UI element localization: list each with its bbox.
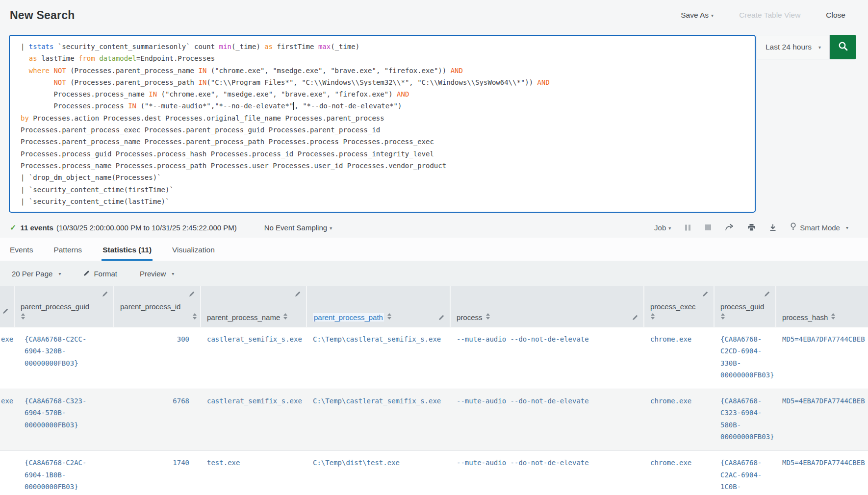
column-header-parent_process_path[interactable]: parent_process_path <box>306 286 450 327</box>
sort-arrows-icon[interactable] <box>283 313 288 322</box>
cell-clipped <box>0 451 14 495</box>
export-icon[interactable] <box>769 223 777 231</box>
column-label: parent_process_name <box>207 313 280 322</box>
cell-parent_process_name[interactable]: castlerat_semifix_s.exe <box>200 327 306 389</box>
cell-process_guid[interactable]: {CA8A6768- C323-6904- 580B- 00000000FB03… <box>714 389 775 450</box>
caret-down-icon: ▾ <box>818 45 821 50</box>
print-icon[interactable] <box>747 223 756 231</box>
query-line: Processes.process_guid Processes.process… <box>21 148 751 160</box>
page-title: New Search <box>10 9 75 22</box>
column-header-process[interactable]: process <box>450 286 643 327</box>
column-header-process_guid[interactable]: process_guid <box>714 286 775 327</box>
query-line: by Processes.action Processes.dest Proce… <box>21 112 751 124</box>
events-count: 11 events <box>20 223 53 232</box>
save-as-button[interactable]: Save As▾ <box>681 11 714 20</box>
edit-column-pencil-icon[interactable] <box>2 308 9 314</box>
cell-parent_process_id[interactable]: 6768 <box>113 389 200 450</box>
caret-down-icon: ▾ <box>58 271 61 276</box>
edit-column-pencil-icon[interactable] <box>702 291 709 297</box>
table-row: {CA8A6768-C2AC- 6904-1B0B- 00000000FB03}… <box>0 450 868 495</box>
results-toolbar: 20 Per Page▾ Format Preview▾ <box>0 261 868 286</box>
cell-parent_process_guid[interactable]: {CA8A6768-C2CC- 6904-320B- 00000000FB03} <box>14 327 113 389</box>
event-sampling-dropdown[interactable]: No Event Sampling▾ <box>264 223 332 232</box>
search-input[interactable]: | tstats `security_content_summariesonly… <box>9 35 756 213</box>
cell-process_guid[interactable]: {CA8A6768- C2CD-6904- 330B- 00000000FB03… <box>714 327 775 389</box>
create-table-view-button[interactable]: Create Table View <box>739 11 800 20</box>
share-icon[interactable] <box>725 223 734 231</box>
cell-process[interactable]: --mute-audio --do-not-de-elevate <box>450 327 643 389</box>
sort-arrows-icon[interactable] <box>650 313 655 322</box>
per-page-dropdown[interactable]: 20 Per Page▾ <box>12 270 61 278</box>
cell-clipped[interactable]: exe <box>0 389 14 450</box>
table-body: exe{CA8A6768-C2CC- 6904-320B- 00000000FB… <box>0 327 868 495</box>
tab-visualization[interactable]: Visualization <box>171 246 216 261</box>
close-button[interactable]: Close <box>826 11 845 20</box>
time-range-picker[interactable]: Last 24 hours ▾ <box>757 35 830 59</box>
cell-process[interactable]: --mute-audio --do-not-de-elevate <box>450 389 643 450</box>
column-label: process <box>457 313 483 322</box>
stop-icon[interactable] <box>705 224 712 231</box>
cell-process_exec[interactable]: chrome.exe <box>643 389 714 450</box>
cell-parent_process_guid[interactable]: {CA8A6768-C2AC- 6904-1B0B- 00000000FB03} <box>14 451 113 495</box>
column-label: parent_process_guid <box>21 302 89 311</box>
search-button[interactable] <box>830 35 856 59</box>
format-button[interactable]: Format <box>83 270 117 278</box>
query-line: NOT (Processes.parent_process_path IN("C… <box>21 76 751 88</box>
column-header-clipped[interactable] <box>0 286 14 327</box>
query-line: | `security_content_ctime(lastTime)` <box>21 196 751 207</box>
cell-parent_process_path[interactable]: C:\Temp\castlerat_semifix_s.exe <box>306 327 450 389</box>
column-header-process_exec[interactable]: process_exec <box>643 286 714 327</box>
edit-column-pencil-icon[interactable] <box>189 291 195 297</box>
cell-process_exec[interactable]: chrome.exe <box>643 451 714 495</box>
tab-statistics[interactable]: Statistics (11) <box>102 246 153 261</box>
pause-icon[interactable] <box>684 224 691 231</box>
caret-down-icon: ▾ <box>172 271 174 276</box>
cell-process_exec[interactable]: chrome.exe <box>643 327 714 389</box>
cell-process[interactable]: --mute-audio --do-not-de-elevate <box>450 451 643 495</box>
sort-arrows-icon[interactable] <box>831 313 836 322</box>
sort-arrows-icon[interactable] <box>21 313 26 322</box>
cell-parent_process_guid[interactable]: {CA8A6768-C323- 6904-570B- 00000000FB03} <box>14 389 113 450</box>
edit-column-pencil-icon[interactable] <box>764 291 770 297</box>
cell-process_hash[interactable]: MD5=4EBA7DFA7744CBEB <box>775 451 868 495</box>
job-menu-button[interactable]: Job▾ <box>654 223 671 232</box>
cell-parent_process_path[interactable]: C:\Temp\dist\test.exe <box>306 451 450 495</box>
cell-process_hash[interactable]: MD5=4EBA7DFA7744CBEB <box>775 327 868 389</box>
job-controls: Job▾ Smart Mode ▾ <box>654 223 848 232</box>
sort-arrows-icon[interactable] <box>720 313 725 322</box>
column-header-process_hash[interactable]: process_hash <box>775 286 868 327</box>
cell-process_guid[interactable]: {CA8A6768- C2AC-6904- 1C0B- 00000000FB03… <box>714 451 775 495</box>
tab-patterns[interactable]: Patterns <box>52 246 83 261</box>
table-row: exe{CA8A6768-C323- 6904-570B- 00000000FB… <box>0 389 868 450</box>
table-header-row: parent_process_guidparent_process_idpare… <box>0 286 868 327</box>
column-label: process_guid <box>720 302 764 311</box>
cell-parent_process_path[interactable]: C:\Temp\castlerat_semifix_s.exe <box>306 389 450 450</box>
search-icon <box>837 40 849 54</box>
cell-parent_process_name[interactable]: castlerat_semifix_s.exe <box>200 389 306 450</box>
preview-dropdown[interactable]: Preview▾ <box>140 270 174 278</box>
query-line: | tstats `security_content_summariesonly… <box>21 41 751 52</box>
column-header-parent_process_name[interactable]: parent_process_name <box>200 286 306 327</box>
edit-column-pencil-icon[interactable] <box>102 291 108 297</box>
column-label: process_hash <box>782 313 828 322</box>
smart-mode-dropdown[interactable]: Smart Mode ▾ <box>790 223 848 232</box>
caret-down-icon: ▾ <box>711 13 714 18</box>
column-label: parent_process_id <box>120 302 180 311</box>
sort-arrows-icon[interactable] <box>485 313 490 322</box>
query-line: Processes.parent_process_exec Processes.… <box>21 124 751 136</box>
cell-process_hash[interactable]: MD5=4EBA7DFA7744CBEB <box>775 389 868 450</box>
cell-parent_process_id[interactable]: 1740 <box>113 451 200 495</box>
column-label: parent_process_path <box>313 313 384 322</box>
caret-down-icon: ▾ <box>846 225 848 230</box>
smart-mode-label: Smart Mode <box>800 223 840 232</box>
app-header: New Search Save As▾ Create Table View Cl… <box>0 0 868 30</box>
column-header-parent_process_id[interactable]: parent_process_id <box>113 286 200 327</box>
sort-arrows-icon[interactable] <box>192 313 197 322</box>
column-header-parent_process_guid[interactable]: parent_process_guid <box>14 286 113 327</box>
sort-arrows-icon[interactable] <box>387 313 392 322</box>
edit-column-pencil-icon[interactable] <box>295 291 301 297</box>
cell-clipped[interactable]: exe <box>0 327 14 389</box>
tab-events[interactable]: Events <box>9 246 34 261</box>
cell-parent_process_id[interactable]: 300 <box>113 327 200 389</box>
cell-parent_process_name[interactable]: test.exe <box>200 451 306 495</box>
